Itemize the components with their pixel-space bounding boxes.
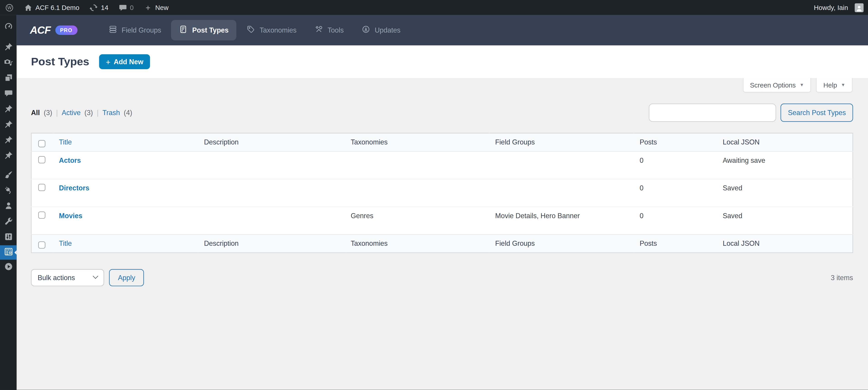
cell-taxonomies: Genres	[345, 207, 490, 235]
search-input[interactable]	[649, 103, 776, 122]
column-title-sort[interactable]: Title	[59, 240, 72, 247]
search-post-types-button[interactable]: Search Post Types	[781, 103, 853, 122]
sidebar-item-dashboard[interactable]	[0, 20, 17, 35]
cell-local-json: Saved	[717, 179, 853, 207]
tab-tools[interactable]: Tools	[307, 20, 351, 40]
wrench-icon	[4, 216, 13, 228]
tab-taxonomies[interactable]: Taxonomies	[239, 20, 304, 40]
page-title: Post Types	[31, 55, 89, 68]
tab-updates[interactable]: Updates	[354, 20, 408, 40]
sidebar-item-posts[interactable]	[0, 40, 17, 55]
sidebar-item-cpt-3[interactable]	[0, 133, 17, 149]
sidebar-item-pages[interactable]	[0, 71, 17, 86]
row-checkbox[interactable]	[38, 212, 45, 219]
sidebar-item-cpt-1[interactable]	[0, 102, 17, 118]
sidebar-item-plugins[interactable]	[0, 183, 17, 199]
acf-nav: Field Groups Post Types Taxonomies Tools	[101, 20, 408, 40]
row-checkbox[interactable]	[38, 156, 45, 163]
plus-icon: +	[144, 3, 152, 12]
column-description: Description	[198, 133, 345, 151]
pushpin-icon	[4, 42, 13, 53]
bulk-actions-select[interactable]: Bulk actions	[31, 269, 104, 286]
new-content-link[interactable]: + New	[138, 0, 174, 15]
column-field-groups: Field Groups	[490, 133, 634, 151]
cell-posts: 0	[634, 151, 717, 179]
wordpress-logo-menu[interactable]: W	[0, 0, 19, 15]
sidebar-item-tools[interactable]	[0, 214, 17, 230]
column-description: Description	[198, 235, 345, 253]
table-row: Actors 0 Awaiting save	[31, 151, 852, 179]
items-count: 3 items	[831, 274, 853, 281]
sidebar-item-video[interactable]	[0, 260, 17, 275]
comments-icon	[4, 88, 13, 100]
sidebar-item-cpt-4[interactable]	[0, 148, 17, 164]
pushpin-icon	[4, 119, 13, 131]
filter-all[interactable]: All	[31, 109, 40, 116]
sidebar-item-acf[interactable]	[0, 245, 17, 260]
cell-field-groups	[490, 151, 634, 179]
sidebar-item-comments[interactable]	[0, 86, 17, 102]
tools-icon	[314, 25, 323, 35]
pushpin-icon	[4, 150, 13, 162]
tab-label: Taxonomies	[260, 26, 297, 34]
post-types-icon	[179, 25, 188, 35]
filter-trash[interactable]: Trash	[102, 109, 120, 116]
tag-icon	[246, 25, 255, 35]
select-all-checkbox[interactable]	[38, 140, 45, 147]
list-controls: All (3) | Active (3) | Trash (4) Search …	[31, 103, 853, 122]
tab-label: Tools	[328, 26, 344, 34]
updates-link[interactable]: 14	[84, 0, 113, 15]
svg-text:W: W	[7, 5, 11, 10]
account-menu[interactable]: Howdy, Iain	[809, 0, 864, 15]
site-name: ACF 6.1 Demo	[35, 4, 79, 11]
select-all-checkbox[interactable]	[38, 241, 45, 249]
user-icon	[4, 201, 13, 212]
comment-bubble-icon	[118, 3, 127, 12]
new-label: New	[155, 4, 168, 11]
column-local-json: Local JSON	[717, 133, 853, 151]
media-camera-icon	[4, 57, 13, 69]
help-button[interactable]: Help ▼	[816, 78, 852, 92]
sidebar-item-appearance[interactable]	[0, 168, 17, 183]
cell-description	[198, 151, 345, 179]
sidebar-item-media[interactable]	[0, 55, 17, 71]
apply-button[interactable]: Apply	[109, 269, 144, 286]
pushpin-icon	[4, 135, 13, 146]
tab-post-types[interactable]: Post Types	[171, 20, 236, 40]
column-posts: Posts	[634, 133, 717, 151]
cell-local-json: Saved	[717, 207, 853, 235]
site-name-link[interactable]: ACF 6.1 Demo	[19, 0, 84, 15]
search-box: Search Post Types	[649, 103, 853, 122]
add-new-button[interactable]: + Add New	[99, 54, 150, 69]
tab-label: Field Groups	[122, 26, 161, 34]
cell-posts: 0	[634, 207, 717, 235]
tab-label: Post Types	[192, 26, 228, 34]
sidebar-item-cpt-2[interactable]	[0, 117, 17, 133]
post-type-link[interactable]: Directors	[59, 184, 89, 192]
cell-taxonomies	[345, 179, 490, 207]
column-title-sort[interactable]: Title	[59, 138, 72, 146]
avatar	[855, 3, 864, 12]
cell-local-json: Awaiting save	[717, 151, 853, 179]
update-icon	[89, 3, 98, 12]
howdy-text: Howdy, Iain	[814, 4, 848, 11]
sidebar-item-settings[interactable]	[0, 230, 17, 245]
plug-icon	[4, 185, 13, 197]
tab-field-groups[interactable]: Field Groups	[101, 20, 169, 40]
updates-download-icon	[362, 25, 370, 35]
paintbrush-icon	[4, 170, 13, 181]
cell-field-groups: Movie Details, Hero Banner	[490, 207, 634, 235]
comments-link[interactable]: 0	[113, 0, 138, 15]
chevron-down-icon: ▼	[800, 83, 804, 88]
row-checkbox[interactable]	[38, 184, 45, 191]
screen-options-button[interactable]: Screen Options ▼	[743, 78, 811, 92]
filter-active[interactable]: Active	[62, 109, 81, 116]
chevron-down-icon: ▼	[841, 83, 845, 88]
table-row: Directors 0 Saved	[31, 179, 852, 207]
post-type-link[interactable]: Movies	[59, 212, 83, 220]
acf-toolbar: ACF PRO Field Groups Post Types Taxonomi…	[17, 15, 868, 46]
sidebar-item-users[interactable]	[0, 199, 17, 214]
post-type-link[interactable]: Actors	[59, 157, 81, 164]
filter-trash-count: (4)	[124, 109, 132, 116]
plus-icon: +	[106, 58, 110, 66]
